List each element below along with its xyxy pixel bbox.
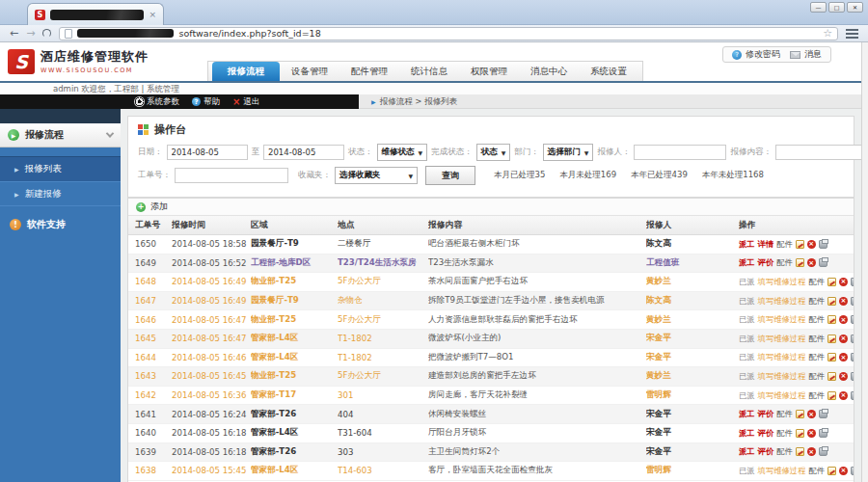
op-link-2[interactable]: 配件 <box>808 390 825 401</box>
op-link-0[interactable]: 已派 <box>739 277 755 287</box>
edit-icon[interactable] <box>796 429 804 438</box>
table-row[interactable]: 16472014-08-05 16:49园景餐厅-T9杂物仓拆除T9员工饭堂进门… <box>128 292 854 311</box>
favorites-select[interactable]: 选择收藏夹 ▼ <box>335 167 418 184</box>
tab-nav-1[interactable]: 设备管理 <box>280 62 339 81</box>
print-icon[interactable] <box>851 278 854 286</box>
print-icon[interactable] <box>819 410 827 418</box>
print-icon[interactable] <box>819 240 827 249</box>
edit-icon[interactable] <box>827 467 836 475</box>
print-icon[interactable] <box>819 429 827 438</box>
tab-nav-2[interactable]: 配件管理 <box>339 62 399 81</box>
op-link-0[interactable]: 已派 <box>739 334 755 344</box>
edit-icon[interactable] <box>827 297 836 306</box>
order-number-input[interactable] <box>175 168 288 183</box>
messages-link[interactable]: 消息 <box>790 48 822 61</box>
op-link-2[interactable]: 配件 <box>776 446 793 457</box>
op-link-1[interactable]: 填写维修过程 <box>758 466 806 476</box>
op-link-1[interactable]: 填写维修过程 <box>758 314 806 325</box>
maximize-button[interactable]: □ <box>828 2 845 13</box>
dept-select[interactable]: 选择部门 ▼ <box>543 144 594 161</box>
delete-icon[interactable]: × <box>839 353 848 362</box>
sidebar-item-0[interactable]: ▶报修列表 <box>0 156 121 181</box>
tab-nav-0[interactable]: 报修流程 <box>212 62 280 81</box>
op-link-0[interactable]: 派工 <box>739 428 755 439</box>
browser-menu-icon[interactable] <box>846 29 858 39</box>
op-link-1[interactable]: 填写维修过程 <box>758 352 806 362</box>
logout-button[interactable]: × 退出 <box>232 96 259 108</box>
op-link-1[interactable]: 评价 <box>758 428 774 439</box>
print-icon[interactable] <box>819 447 827 456</box>
op-link-0[interactable]: 已派 <box>739 296 755 307</box>
reload-icon[interactable] <box>42 29 51 38</box>
edit-icon[interactable] <box>796 240 804 249</box>
table-row[interactable]: 16412014-08-05 16:24管家部-T26404休闲椅安装螺丝宋金平… <box>128 405 854 424</box>
sidebar-group-repair-flow[interactable]: ▶ 报修流程 <box>0 123 121 147</box>
sidebar-item-1[interactable]: ▶新建报修 <box>0 181 121 206</box>
table-row[interactable]: 16502014-08-05 18:58园景餐厅-T9二楼餐厅吧台酒柜最右侧木柜… <box>128 235 854 254</box>
table-row[interactable]: 16432014-08-05 16:45物业部-T255F办公大厅建造部刘总房的… <box>128 367 854 387</box>
tab-nav-6[interactable]: 系统设置 <box>579 62 638 81</box>
op-link-0[interactable]: 派工 <box>739 239 755 250</box>
edit-icon[interactable] <box>827 315 836 324</box>
op-link-1[interactable]: 详情 <box>758 239 774 250</box>
print-icon[interactable] <box>851 315 854 324</box>
edit-icon[interactable] <box>827 335 836 343</box>
edit-icon[interactable] <box>796 447 804 456</box>
delete-icon[interactable]: × <box>839 297 848 306</box>
search-button[interactable]: 查询 <box>425 166 475 185</box>
op-link-1[interactable]: 填写维修过程 <box>758 296 806 307</box>
delete-icon[interactable]: × <box>839 391 848 400</box>
tab-close-icon[interactable]: × <box>149 11 156 19</box>
op-link-2[interactable]: 配件 <box>808 466 825 476</box>
op-link-2[interactable]: 配件 <box>776 239 793 250</box>
table-row[interactable]: 16452014-08-05 16:47管家部-L4区T1-1802微波炉坏(小… <box>128 330 854 349</box>
reporter-input[interactable] <box>634 145 726 160</box>
op-link-1[interactable]: 评价 <box>758 409 774 419</box>
op-link-0[interactable]: 派工 <box>739 257 755 268</box>
edit-icon[interactable] <box>827 278 836 286</box>
op-link-1[interactable]: 评价 <box>758 257 774 268</box>
edit-icon[interactable] <box>827 353 836 362</box>
edit-icon[interactable] <box>827 372 836 381</box>
url-bar[interactable]: software/index.php?soft_id=18 ☆ <box>59 27 838 40</box>
op-link-2[interactable]: 配件 <box>808 371 825 382</box>
forward-icon[interactable]: → <box>26 28 35 39</box>
edit-icon[interactable] <box>796 258 804 267</box>
op-link-2[interactable]: 配件 <box>776 409 793 419</box>
close-button[interactable]: ✕ <box>847 2 863 13</box>
op-link-2[interactable]: 配件 <box>808 314 825 325</box>
op-link-1[interactable]: 填写维修过程 <box>758 334 806 344</box>
delete-icon[interactable]: × <box>807 447 816 456</box>
print-icon[interactable] <box>851 297 854 306</box>
op-link-1[interactable]: 填写维修过程 <box>758 277 806 287</box>
date-to-input[interactable] <box>263 145 344 160</box>
tab-nav-4[interactable]: 权限管理 <box>459 62 519 81</box>
table-row[interactable]: 16422014-08-05 16:36管家部-T17301房间走廊，客厅天花补… <box>128 387 854 406</box>
op-link-0[interactable]: 已派 <box>739 371 755 382</box>
change-password-link[interactable]: ? 修改密码 <box>732 48 780 61</box>
table-row[interactable]: 16482014-08-05 16:49物业部-T255F办公大厅茶水间后面窗户… <box>128 273 854 292</box>
content-input[interactable] <box>775 145 868 160</box>
op-link-2[interactable]: 配件 <box>808 277 825 287</box>
op-link-2[interactable]: 配件 <box>808 296 825 307</box>
op-link-1[interactable]: 评价 <box>758 446 774 457</box>
delete-icon[interactable]: × <box>839 467 848 475</box>
browser-tab[interactable]: S × <box>27 3 164 25</box>
op-link-0[interactable]: 已派 <box>739 352 755 362</box>
table-row[interactable]: 16442014-08-05 16:46管家部-L4区T1-1802把微波炉搬到… <box>128 349 854 368</box>
edit-icon[interactable] <box>796 410 804 418</box>
delete-icon[interactable]: × <box>807 429 816 438</box>
print-icon[interactable] <box>851 391 854 400</box>
table-row[interactable]: 16462014-08-05 16:47物业部-T255F办公大厅人力资源信息部… <box>128 310 854 330</box>
delete-icon[interactable]: × <box>807 258 816 267</box>
delete-icon[interactable]: × <box>807 410 816 418</box>
minimize-button[interactable]: — <box>810 2 827 13</box>
delete-icon[interactable]: × <box>839 335 848 343</box>
delete-icon[interactable]: × <box>839 278 848 286</box>
finish-status-select[interactable]: 状态 ▼ <box>476 144 511 161</box>
op-link-0[interactable]: 已派 <box>739 390 755 401</box>
delete-icon[interactable]: × <box>807 240 816 249</box>
system-params-button[interactable]: 系统参数 <box>135 96 179 108</box>
tab-nav-5[interactable]: 消息中心 <box>519 62 579 81</box>
op-link-2[interactable]: 配件 <box>808 334 825 344</box>
